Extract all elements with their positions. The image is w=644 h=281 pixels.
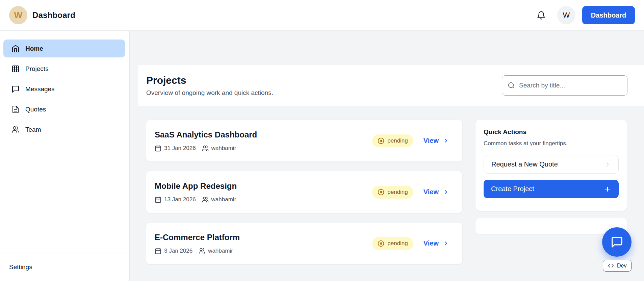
pause-circle-icon — [378, 240, 384, 247]
project-meta: 13 Jan 2026 wahbamir — [155, 196, 237, 203]
right-column: Quick Actions Common tasks at your finge… — [475, 119, 627, 235]
calendar-icon — [155, 145, 161, 152]
sidebar-footer: Settings — [0, 254, 129, 281]
chevron-right-icon — [443, 189, 449, 195]
project-owner: wahbamir — [211, 145, 236, 152]
status-badge: pending — [372, 134, 413, 147]
project-owner: wahbamir — [208, 248, 233, 254]
brand-logo: W — [9, 6, 27, 24]
project-meta: 3 Jan 2026 wahbamir — [155, 248, 240, 254]
status-text: pending — [387, 189, 408, 196]
search-icon — [508, 82, 515, 89]
project-card: SaaS Analytics Dashboard 31 Jan 2026 wah… — [146, 120, 463, 162]
sidebar-item-projects[interactable]: Projects — [3, 60, 125, 78]
page-title: Projects — [146, 75, 273, 86]
project-date: 3 Jan 2026 — [164, 248, 192, 254]
calendar-icon — [155, 196, 161, 203]
project-card: Mobile App Redesign 13 Jan 2026 wahbamir — [146, 171, 463, 213]
status-badge: pending — [372, 186, 413, 199]
project-date: 13 Jan 2026 — [164, 196, 196, 203]
view-link-label: View — [423, 188, 439, 196]
view-link-label: View — [423, 239, 439, 247]
users-icon — [11, 126, 20, 134]
dashboard-button[interactable]: Dashboard — [582, 6, 635, 24]
request-quote-label: Request a New Quote — [491, 160, 558, 168]
sidebar-item-messages[interactable]: Messages — [3, 80, 125, 98]
sidebar: Home Projects Messages Quotes Team Setti… — [0, 31, 130, 281]
page-header-text: Projects Overview of ongoing work and qu… — [146, 75, 273, 97]
sidebar-item-settings[interactable]: Settings — [9, 263, 32, 271]
view-link[interactable]: View — [423, 239, 449, 247]
create-project-button[interactable]: Create Project — [484, 180, 619, 198]
code-icon — [608, 263, 614, 269]
project-owner: wahbamir — [211, 196, 236, 203]
grid-icon — [11, 65, 20, 73]
request-quote-button[interactable]: Request a New Quote — [484, 155, 619, 174]
view-link[interactable]: View — [423, 137, 449, 145]
status-badge: pending — [372, 237, 413, 250]
top-bar: W Dashboard W Dashboard — [0, 0, 644, 31]
page-subtitle: Overview of ongoing work and quick actio… — [146, 89, 273, 97]
avatar[interactable]: W — [557, 6, 575, 24]
chevron-right-icon — [443, 137, 449, 144]
quick-actions-title: Quick Actions — [484, 128, 619, 136]
dev-badge-label: Dev — [617, 263, 626, 269]
sidebar-item-team[interactable]: Team — [3, 121, 125, 138]
chat-bubble-icon — [611, 236, 623, 249]
search-input[interactable] — [519, 82, 622, 89]
project-date: 31 Jan 2026 — [164, 145, 196, 152]
view-link[interactable]: View — [423, 188, 449, 196]
sidebar-nav: Home Projects Messages Quotes Team — [0, 40, 129, 138]
home-icon — [11, 45, 20, 53]
project-title: E-Commerce Platform — [155, 233, 240, 242]
status-text: pending — [387, 240, 408, 247]
avatar-initial: W — [563, 11, 570, 20]
project-meta: 31 Jan 2026 wahbamir — [155, 145, 257, 152]
status-text: pending — [387, 137, 408, 144]
users-icon — [202, 145, 209, 152]
sidebar-item-home[interactable]: Home — [3, 40, 125, 57]
project-title: SaaS Analytics Dashboard — [155, 130, 257, 139]
calendar-icon — [155, 248, 161, 254]
chevron-right-icon — [443, 240, 449, 247]
view-link-label: View — [423, 137, 439, 145]
dev-badge[interactable]: Dev — [603, 260, 632, 272]
project-title: Mobile App Redesign — [155, 181, 237, 191]
empty-card — [475, 218, 627, 235]
pause-circle-icon — [378, 137, 384, 144]
create-project-label: Create Project — [491, 185, 534, 193]
project-card: E-Commerce Platform 3 Jan 2026 wahbamir — [146, 222, 463, 264]
pause-circle-icon — [378, 189, 384, 196]
brand-logo-letter: W — [14, 10, 23, 21]
bell-icon[interactable] — [537, 11, 546, 20]
app-title: Dashboard — [32, 10, 75, 20]
message-icon — [11, 85, 20, 93]
dashboard-page: W Dashboard W Dashboard Home Projects Me… — [0, 0, 644, 281]
users-icon — [199, 248, 205, 254]
top-bar-actions: W Dashboard — [537, 6, 635, 24]
page-header: Projects Overview of ongoing work and qu… — [138, 65, 644, 106]
file-icon — [11, 105, 20, 113]
project-list: SaaS Analytics Dashboard 31 Jan 2026 wah… — [146, 120, 463, 274]
quick-actions-subtitle: Common tasks at your fingertips. — [484, 140, 619, 147]
users-icon — [202, 196, 209, 203]
plus-icon — [604, 185, 611, 193]
chat-fab-button[interactable] — [602, 227, 632, 257]
main-content: Projects Overview of ongoing work and qu… — [130, 31, 644, 281]
search-box — [502, 75, 627, 96]
chevron-right-icon — [604, 161, 611, 168]
sidebar-item-quotes[interactable]: Quotes — [3, 100, 125, 118]
quick-actions-card: Quick Actions Common tasks at your finge… — [475, 119, 627, 211]
